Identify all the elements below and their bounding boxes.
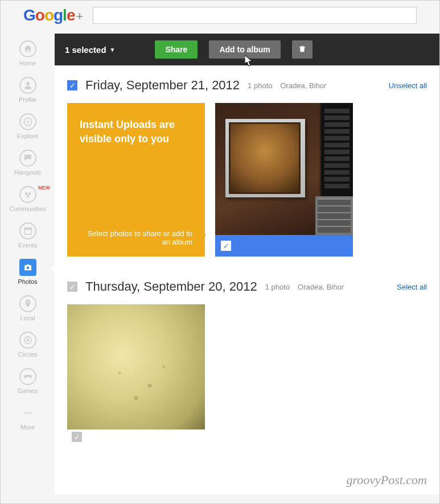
- photo-thumbnail[interactable]: [67, 304, 205, 429]
- nav-label: Profile: [19, 96, 36, 103]
- nav-label: More: [20, 424, 35, 431]
- nav-events[interactable]: Events: [1, 222, 55, 249]
- photo-thumbnail[interactable]: [215, 103, 353, 235]
- nav-explore[interactable]: Explore: [1, 113, 55, 139]
- svg-point-10: [24, 412, 26, 414]
- day-checkbox[interactable]: ✓: [67, 80, 77, 90]
- svg-rect-6: [24, 228, 31, 230]
- day-header: ✓ Thursday, September 20, 2012 1 photo O…: [67, 279, 427, 294]
- add-to-album-button[interactable]: Add to album: [209, 40, 280, 59]
- camera-icon: [19, 259, 36, 276]
- location: Oradea, Bihor: [280, 81, 326, 90]
- svg-point-9: [26, 339, 29, 342]
- day-checkbox[interactable]: ✓: [67, 282, 77, 292]
- photo-count: 1 photo: [265, 283, 290, 291]
- communities-icon: [19, 186, 36, 203]
- svg-point-12: [30, 412, 31, 414]
- nav-profile[interactable]: Profile: [1, 77, 55, 103]
- action-bar: 1 selected ▼ Share Add to album: [55, 34, 439, 65]
- svg-point-3: [28, 192, 31, 195]
- select-all-link[interactable]: Select all: [397, 283, 427, 291]
- photo-footer: ✓: [67, 429, 205, 444]
- calendar-icon: [19, 222, 36, 239]
- pin-icon: [19, 295, 36, 312]
- day-header: ✓ Friday, September 21, 2012 1 photo Ora…: [67, 78, 427, 93]
- nav-hangouts[interactable]: Hangouts: [1, 150, 55, 176]
- nav-label: Circles: [18, 351, 38, 358]
- svg-point-11: [27, 412, 28, 414]
- day-title: Friday, September 21, 2012: [85, 78, 240, 93]
- nav-label: Communities: [9, 205, 46, 212]
- selection-count: 1 selected: [65, 45, 106, 55]
- svg-point-4: [26, 195, 29, 198]
- nav-circles[interactable]: Circles: [1, 332, 55, 358]
- location: Oradea, Bihor: [298, 283, 344, 291]
- chat-icon: [19, 150, 36, 167]
- delete-button[interactable]: [292, 40, 312, 59]
- google-plus-logo[interactable]: Google+: [23, 6, 83, 24]
- day-title: Thursday, September 20, 2012: [85, 279, 257, 294]
- trash-icon: [298, 44, 307, 53]
- nav-local[interactable]: Local: [1, 295, 55, 321]
- photo-checkbox[interactable]: ✓: [221, 241, 231, 251]
- nav-label: Explore: [17, 133, 38, 139]
- svg-point-0: [26, 82, 30, 85]
- share-button[interactable]: Share: [155, 40, 198, 59]
- nav-communities[interactable]: NEW Communities: [1, 186, 55, 212]
- unselect-all-link[interactable]: Unselect all: [389, 81, 427, 90]
- circles-icon: [19, 332, 36, 349]
- selection-count-dropdown[interactable]: 1 selected ▼: [65, 45, 115, 55]
- compass-icon: [19, 113, 36, 130]
- instant-uploads-info-card: Instant Uploads are visible only to you …: [67, 103, 205, 257]
- chevron-down-icon: ▼: [110, 47, 116, 53]
- photo-item[interactable]: ✓: [215, 103, 353, 257]
- profile-icon: [19, 77, 36, 94]
- nav-photos[interactable]: Photos: [1, 259, 55, 285]
- games-icon: [19, 368, 36, 385]
- sidebar: Home Profile Explore Hangouts NEW Commun…: [1, 34, 55, 494]
- mouse-cursor-icon: [245, 55, 253, 67]
- info-title: Instant Uploads are visible only to you: [80, 118, 192, 146]
- info-subtitle: Select photos to share or add to an albu…: [80, 229, 192, 246]
- nav-label: Photos: [18, 278, 37, 285]
- photo-count: 1 photo: [248, 81, 272, 90]
- new-badge: NEW: [38, 185, 50, 191]
- nav-label: Home: [19, 60, 36, 67]
- home-icon: [19, 40, 36, 57]
- nav-more[interactable]: More: [1, 404, 55, 431]
- photo-item[interactable]: ✓: [67, 304, 205, 444]
- nav-home[interactable]: Home: [1, 40, 55, 67]
- nav-label: Hangouts: [14, 169, 41, 176]
- add-to-album-label: Add to album: [219, 45, 270, 54]
- nav-games[interactable]: Games: [1, 368, 55, 394]
- photo-select-bar: ✓: [215, 235, 353, 257]
- svg-point-7: [26, 267, 29, 270]
- nav-label: Games: [18, 387, 38, 394]
- photo-checkbox[interactable]: ✓: [72, 432, 82, 442]
- nav-label: Events: [18, 242, 38, 249]
- search-input[interactable]: [93, 7, 417, 24]
- nav-label: Local: [20, 315, 35, 321]
- main-panel: 1 selected ▼ Share Add to album ✓ Friday…: [55, 34, 439, 494]
- watermark: groovyPost.com: [346, 473, 427, 488]
- more-icon: [19, 404, 36, 422]
- svg-point-2: [24, 192, 27, 195]
